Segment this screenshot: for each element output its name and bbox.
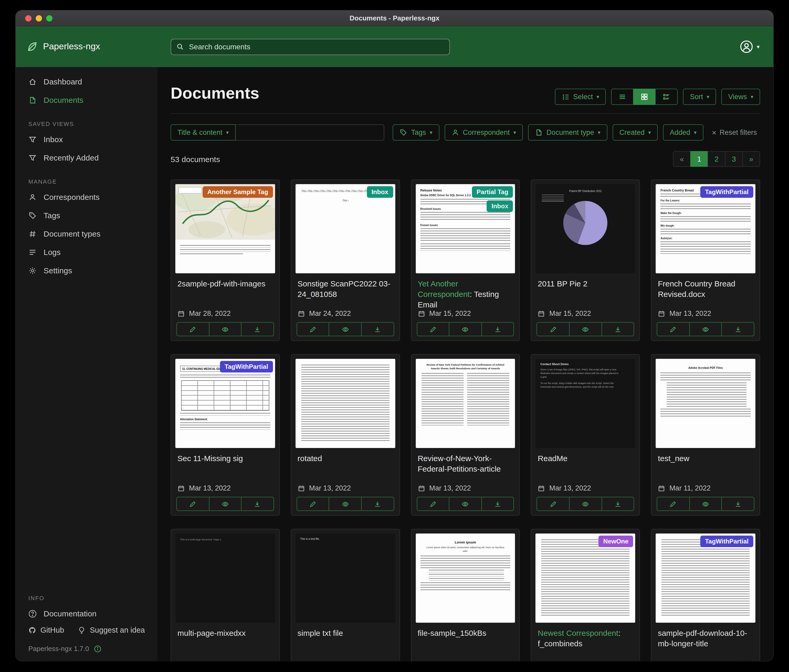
- document-card[interactable]: Release NotesSimba ODBC Driver for SQL S…: [411, 179, 520, 341]
- pagination-page-3[interactable]: 3: [725, 151, 743, 167]
- document-thumbnail[interactable]: [295, 359, 395, 448]
- tag-badge[interactable]: Partial Tag: [472, 186, 513, 198]
- download-document-button[interactable]: [601, 322, 634, 336]
- document-title[interactable]: simple txt file: [298, 628, 393, 639]
- pagination-page-2[interactable]: 2: [708, 151, 725, 167]
- global-search[interactable]: [171, 38, 450, 55]
- pagination-next[interactable]: »: [742, 151, 760, 167]
- download-document-button[interactable]: [361, 497, 394, 511]
- document-card[interactable]: Patient BP Distribution 2011 2011 BP Pie…: [531, 179, 640, 341]
- document-title[interactable]: file-sample_150kBs: [418, 628, 513, 639]
- download-document-button[interactable]: [241, 322, 274, 336]
- select-button[interactable]: Select ▾: [555, 89, 606, 105]
- close-window-button[interactable]: [25, 15, 32, 21]
- document-type-filter-button[interactable]: Document type ▾: [528, 124, 607, 140]
- document-title[interactable]: rotated: [298, 453, 393, 464]
- edit-document-button[interactable]: [417, 497, 449, 511]
- grid-view-button[interactable]: [633, 89, 656, 105]
- edit-document-button[interactable]: [537, 322, 570, 336]
- sort-button[interactable]: Sort ▾: [683, 89, 716, 105]
- info-icon[interactable]: [94, 645, 101, 652]
- document-thumbnail[interactable]: Lorem ipsumLorem ipsum dolor sit amet, c…: [415, 533, 515, 623]
- view-document-button[interactable]: [569, 497, 602, 511]
- edit-document-button[interactable]: [297, 497, 329, 511]
- document-title[interactable]: Newest Correspondent: f_combineds: [538, 628, 633, 649]
- download-document-button[interactable]: [481, 497, 514, 511]
- document-card[interactable]: Lorem ipsumLorem ipsum dolor sit amet, c…: [411, 529, 520, 661]
- document-title[interactable]: Sec 11-Missing sig: [177, 453, 273, 464]
- reset-filters-button[interactable]: × Reset filters: [709, 127, 760, 137]
- sidebar-item-logs[interactable]: Logs: [16, 243, 158, 261]
- app-brand[interactable]: Paperless-ngx: [26, 41, 160, 53]
- document-card[interactable]: This is a test for the double space char…: [291, 179, 400, 341]
- document-title[interactable]: French Country Bread Revised.docx: [658, 279, 753, 299]
- document-title[interactable]: ReadMe: [538, 453, 633, 464]
- document-card[interactable]: French Country BreadFor the Leaven:Make …: [651, 179, 760, 341]
- tag-badge[interactable]: TagWithPartial: [700, 186, 753, 198]
- tags-filter-button[interactable]: Tags ▾: [393, 124, 439, 140]
- sidebar-item-correspondents[interactable]: Correspondents: [16, 188, 158, 206]
- minimize-window-button[interactable]: [36, 15, 42, 21]
- created-filter-button[interactable]: Created ▾: [613, 124, 658, 140]
- list-view-button[interactable]: [611, 89, 634, 105]
- document-title[interactable]: test_new: [658, 453, 753, 464]
- document-title[interactable]: Sonstige ScanPC2022 03-24_081058: [298, 279, 393, 299]
- added-filter-button[interactable]: Added ▾: [663, 124, 703, 140]
- pagination-prev[interactable]: «: [673, 151, 691, 167]
- suggest-idea-link[interactable]: Suggest an idea: [78, 626, 145, 634]
- user-menu[interactable]: ▾: [740, 40, 763, 54]
- document-card[interactable]: TagWithPartial sample-pdf-download-10-mb…: [651, 529, 760, 661]
- title-content-filter-button[interactable]: Title & content ▾: [171, 124, 236, 140]
- view-document-button[interactable]: [569, 322, 602, 336]
- document-title[interactable]: Yet Another Correspondent: Testing Email: [418, 279, 513, 310]
- document-thumbnail[interactable]: Adobe Acrobat PDF Files: [656, 359, 755, 448]
- document-thumbnail[interactable]: Contact Sheet DemoGiven a set of image f…: [536, 359, 636, 448]
- document-thumbnail[interactable]: Review of New York Federal Petitions for…: [415, 359, 515, 448]
- edit-document-button[interactable]: [537, 497, 570, 511]
- view-document-button[interactable]: [449, 497, 482, 511]
- document-card[interactable]: Review of New York Federal Petitions for…: [411, 354, 520, 516]
- search-input[interactable]: [188, 42, 444, 51]
- edit-document-button[interactable]: [176, 322, 209, 336]
- document-title[interactable]: Review-of-New-York-Federal-Petitions-art…: [418, 453, 513, 474]
- correspondent-filter-button[interactable]: Correspondent ▾: [444, 124, 523, 140]
- document-card[interactable]: Adobe Acrobat PDF Files test_new Mar 11,…: [651, 354, 760, 516]
- document-thumbnail[interactable]: This is a multi page document. Page 1.: [175, 533, 275, 623]
- sidebar-item-settings[interactable]: Settings: [16, 261, 158, 280]
- sidebar-item-inbox[interactable]: Inbox: [16, 130, 158, 148]
- document-card[interactable]: rotated Mar 13, 2022: [291, 354, 400, 516]
- sidebar-item-dashboard[interactable]: Dashboard: [16, 72, 158, 91]
- view-document-button[interactable]: [209, 322, 241, 336]
- views-button[interactable]: Views ▾: [721, 89, 760, 105]
- download-document-button[interactable]: [481, 322, 514, 336]
- document-card[interactable]: 11. CONTINUING MEDICAL EDUCAAttestation …: [171, 354, 280, 516]
- document-title[interactable]: multi-page-mixedxx: [177, 628, 273, 639]
- filter-text-input[interactable]: [236, 124, 384, 140]
- edit-document-button[interactable]: [657, 497, 690, 511]
- sidebar-item-documentation[interactable]: Documentation: [16, 604, 158, 623]
- document-title[interactable]: 2sample-pdf-with-images: [177, 279, 273, 289]
- document-card[interactable]: This is a multi page document. Page 1. m…: [171, 529, 280, 661]
- zoom-window-button[interactable]: [46, 15, 53, 21]
- download-document-button[interactable]: [601, 497, 634, 511]
- view-document-button[interactable]: [329, 322, 362, 336]
- tag-badge[interactable]: TagWithPartial: [700, 536, 753, 547]
- document-correspondent[interactable]: Newest Correspondent: [538, 629, 618, 637]
- github-link[interactable]: GitHub: [28, 626, 64, 634]
- sidebar-item-tags[interactable]: Tags: [16, 206, 158, 225]
- sidebar-item-recently-added[interactable]: Recently Added: [16, 148, 158, 167]
- document-title[interactable]: sample-pdf-download-10-mb-longer-title: [658, 628, 753, 649]
- sidebar-item-documents[interactable]: Documents: [16, 91, 158, 109]
- document-correspondent[interactable]: Yet Another Correspondent: [418, 279, 470, 298]
- download-document-button[interactable]: [722, 497, 754, 511]
- view-document-button[interactable]: [329, 497, 362, 511]
- tag-badge[interactable]: TagWithPartial: [220, 361, 273, 373]
- download-document-button[interactable]: [722, 322, 754, 336]
- view-document-button[interactable]: [689, 497, 722, 511]
- download-document-button[interactable]: [361, 322, 394, 336]
- document-card[interactable]: NewOne Newest Correspondent: f_combineds: [531, 529, 640, 661]
- document-title[interactable]: 2011 BP Pie 2: [538, 279, 633, 289]
- view-document-button[interactable]: [209, 497, 241, 511]
- document-card[interactable]: Contact Sheet DemoGiven a set of image f…: [531, 354, 640, 516]
- edit-document-button[interactable]: [417, 322, 449, 336]
